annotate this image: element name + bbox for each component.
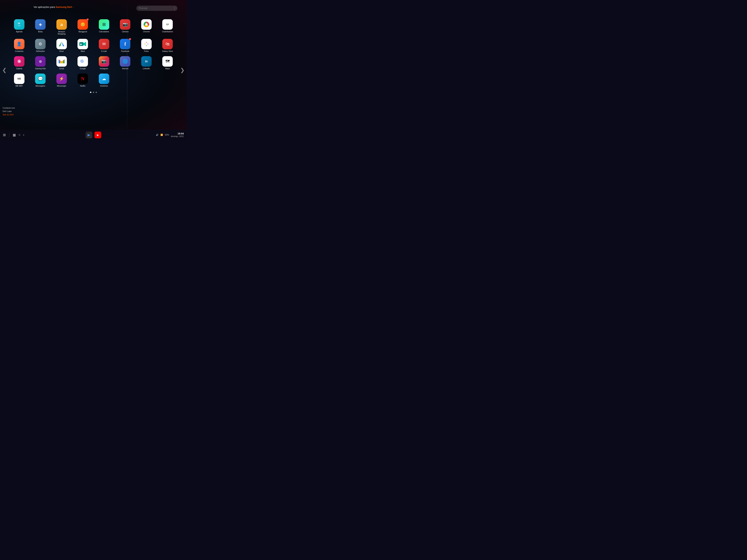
app-item-chrome[interactable]: Chrome — [136, 18, 156, 36]
nav-prev-arrow[interactable]: ❮ — [2, 67, 6, 73]
app-item-settings[interactable]: ⚙ Definições — [31, 37, 50, 54]
app-item-google[interactable]: G Google — [73, 55, 93, 71]
instagram-icon: 📷 — [99, 56, 109, 66]
chrome-label: Chrome — [143, 31, 150, 33]
camera-label: Câmara — [122, 31, 128, 33]
chrome-icon — [141, 19, 152, 30]
banggood-icon: 😊 1 — [77, 19, 88, 30]
dot-3[interactable] — [96, 92, 97, 93]
search-more-icon[interactable]: ⋮ — [173, 7, 176, 10]
app-item-fotos[interactable]: Fotos — [136, 37, 156, 54]
dot-2[interactable] — [93, 92, 94, 93]
app-item-amazon[interactable]: a Amazon Shopping — [52, 18, 72, 36]
dot-1[interactable] — [90, 92, 91, 93]
mensagens-icon: 💬 — [35, 74, 46, 84]
app-item-meet[interactable]: ▶ Meet — [73, 37, 93, 54]
app-item-contacts[interactable]: 👤 Contactos — [9, 37, 29, 54]
messenger-label: Messenger — [57, 85, 66, 87]
gmail-icon — [56, 56, 67, 66]
instagram-label: Instagram — [100, 68, 108, 70]
app-item-galaxy[interactable]: 🛍 Galaxy Store — [158, 37, 178, 54]
contacts-icon: 👤 — [14, 39, 24, 49]
clubefashion-label: Clubefashion — [162, 31, 173, 33]
agenda-icon: 28CAL — [14, 19, 24, 30]
app-item-maps[interactable]: 🗺 Maps — [158, 55, 178, 71]
svg-point-12 — [146, 43, 147, 45]
app-drawer: Ver aplicações para Samsung DeX› ⋮ 28CAL… — [9, 6, 177, 123]
netflix-label: Netflix — [80, 85, 85, 87]
app-item-internet[interactable]: 🌐 Internet — [115, 55, 135, 71]
svg-marker-4 — [59, 42, 61, 46]
taskbar-left: ⊞ ▦ ○ ‹ — [3, 133, 24, 137]
app-item-email[interactable]: ✉ E-mail — [94, 37, 114, 54]
app-item-galeria[interactable]: ❋ Galeria — [9, 55, 29, 71]
fotos-icon — [141, 39, 152, 49]
onedrive-icon: ☁ — [99, 74, 109, 84]
svg-text:G: G — [80, 59, 84, 63]
app-item-agenda[interactable]: 28CAL Agenda — [9, 18, 29, 36]
bixby-label: Bixby — [38, 31, 43, 33]
taskbar-divider-1 — [9, 133, 9, 137]
email-label: E-mail — [101, 50, 107, 52]
app-item-messenger[interactable]: ⚡ Messenger — [52, 72, 72, 89]
email-icon: ✉ — [99, 39, 109, 49]
app-item-linkedin[interactable]: in LinkedIn — [136, 55, 156, 71]
facebook-icon: f 1 — [120, 39, 130, 49]
calc-label: Calculadora — [99, 31, 109, 33]
linkedin-icon: in — [141, 56, 152, 66]
gaming-label: Gaming Hub — [35, 68, 46, 70]
search-bar: ⋮ — [136, 6, 177, 11]
internet-label: Internet — [122, 68, 128, 70]
app-grid: 28CAL Agenda ◈ Bixby a Amazon Shopping 😊… — [9, 18, 177, 89]
clock-time: 19:04 — [171, 132, 184, 135]
banggood-badge: 1 — [86, 19, 89, 21]
app-item-instagram[interactable]: 📷 Instagram — [94, 55, 114, 71]
svg-text:▶: ▶ — [80, 43, 82, 46]
internet-icon: 🌐 — [120, 56, 130, 66]
google-label: Google — [80, 68, 86, 70]
network-icon: 📶 — [160, 134, 163, 136]
app-item-gmail[interactable]: Gmail — [52, 55, 72, 71]
page-dots — [9, 92, 177, 93]
facebook-label: Facebook — [121, 50, 129, 52]
taskbar-back-icon[interactable]: ‹ — [23, 133, 24, 137]
search-input[interactable] — [136, 6, 177, 11]
app-item-mensagens[interactable]: 💬 Mensagens — [31, 72, 50, 89]
dex-arrow: › — [73, 6, 73, 8]
app-item-mbway[interactable]: MB MB WAY — [9, 72, 29, 89]
gaming-icon: ⊕ — [35, 56, 46, 66]
mensagens-label: Mensagens — [35, 85, 45, 87]
contacts-label: Contactos — [15, 50, 23, 52]
onedrive-label: OneDrive — [100, 85, 108, 87]
dex-brand: Samsung DeX — [56, 6, 72, 8]
app-item-bixby[interactable]: ◈ Bixby — [31, 18, 50, 36]
taskbar-play-button[interactable]: ▶ — [85, 132, 92, 138]
agenda-label: Agenda — [16, 31, 22, 33]
app-item-onedrive[interactable]: ☁ OneDrive — [94, 72, 114, 89]
settings-icon: ⚙ — [35, 39, 46, 49]
app-item-clubefashion[interactable]: CF Clubefashion — [158, 18, 178, 36]
linkedin-label: LinkedIn — [143, 68, 150, 70]
app-item-netflix[interactable]: N Netflix — [73, 72, 93, 89]
app-item-gaming[interactable]: ⊕ Gaming Hub — [31, 55, 50, 71]
nav-next-arrow[interactable]: ❯ — [180, 67, 184, 73]
app-item-banggood[interactable]: 😊 1 Banggood — [73, 18, 93, 36]
meet-label: Meet — [81, 50, 85, 52]
app-item-facebook[interactable]: f 1 Facebook — [115, 37, 135, 54]
taskbar-apps-icon[interactable]: ⊞ — [3, 133, 6, 137]
app-item-calc[interactable]: ⊞ Calculadora — [94, 18, 114, 36]
taskbar-right: 🔊 📶 52% 19:04 domingo, 10/12 — [156, 132, 184, 138]
app-item-camera[interactable]: 📷 Câmara — [115, 18, 135, 36]
taskbar-home-icon[interactable]: ○ — [19, 133, 21, 137]
camera-icon: 📷 — [120, 19, 130, 30]
taskbar: ⊞ ▦ ○ ‹ ▶ ▶ 🔊 📶 52% 19:04 domingo, 10/12 — [0, 130, 187, 140]
facebook-badge: 1 — [129, 38, 131, 40]
drive-icon — [56, 39, 67, 49]
taskbar-youtube-button[interactable]: ▶ — [95, 132, 101, 138]
galaxy-icon: 🛍 — [162, 39, 173, 49]
svg-marker-9 — [83, 42, 86, 46]
banggood-label: Banggood — [78, 31, 87, 33]
volume-icon[interactable]: 🔊 — [156, 134, 158, 136]
app-item-drive[interactable]: Drive — [52, 37, 72, 54]
taskbar-multitask-icon[interactable]: ▦ — [13, 133, 16, 137]
